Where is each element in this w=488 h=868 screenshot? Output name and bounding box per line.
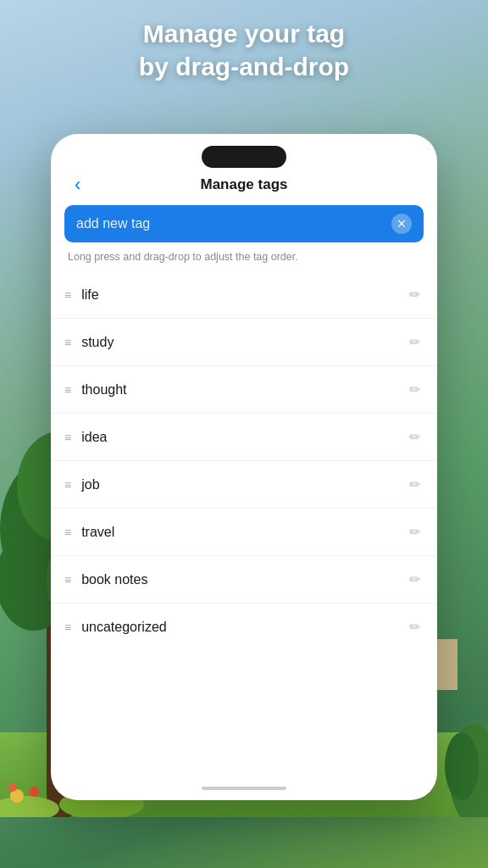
home-indicator	[51, 776, 437, 800]
list-item: ≡study✏	[51, 319, 437, 366]
edit-icon[interactable]: ✏	[406, 568, 424, 591]
dynamic-island	[202, 146, 286, 168]
drag-handle-icon[interactable]: ≡	[64, 337, 69, 348]
promo-title-line1: Manage your tag	[34, 17, 454, 50]
edit-icon[interactable]: ✏	[406, 378, 424, 401]
drag-handle-icon[interactable]: ≡	[64, 289, 69, 301]
page-title: Manage tags	[201, 176, 288, 193]
add-tag-row: ×	[64, 205, 424, 242]
nav-bar: ‹ Manage tags	[51, 168, 437, 202]
list-item: ≡uncategorized✏	[51, 604, 437, 650]
clear-button[interactable]: ×	[391, 214, 412, 234]
promo-title-line2: by drag-and-drop	[34, 50, 454, 83]
back-button[interactable]: ‹	[68, 170, 87, 199]
tags-list: ≡life✏≡study✏≡thought✏≡idea✏≡job✏≡travel…	[51, 271, 437, 776]
tag-label: idea	[81, 430, 406, 445]
edit-icon[interactable]: ✏	[406, 331, 424, 353]
drag-handle-icon[interactable]: ≡	[64, 574, 69, 586]
list-item: ≡travel✏	[51, 509, 437, 556]
tag-label: study	[81, 335, 406, 350]
edit-icon[interactable]: ✏	[406, 520, 424, 543]
drag-handle-icon[interactable]: ≡	[64, 479, 69, 491]
drag-handle-icon[interactable]: ≡	[64, 526, 69, 538]
tag-label: thought	[81, 382, 406, 398]
tag-label: uncategorized	[81, 620, 406, 635]
tag-label: life	[81, 287, 406, 303]
hint-text: Long press and drag-drop to adjust the t…	[51, 249, 437, 271]
tag-label: book notes	[81, 572, 406, 587]
list-item: ≡thought✏	[51, 366, 437, 414]
add-tag-input[interactable]	[76, 216, 391, 231]
home-bar	[202, 787, 286, 790]
tag-label: job	[81, 477, 406, 492]
edit-icon[interactable]: ✏	[406, 473, 424, 496]
list-item: ≡job✏	[51, 461, 437, 509]
edit-icon[interactable]: ✏	[406, 283, 424, 306]
edit-icon[interactable]: ✏	[406, 615, 424, 638]
list-item: ≡idea✏	[51, 414, 437, 461]
phone-card: ‹ Manage tags × Long press and drag-drop…	[51, 134, 437, 800]
list-item: ≡life✏	[51, 271, 437, 319]
list-item: ≡book notes✏	[51, 556, 437, 604]
edit-icon[interactable]: ✏	[406, 426, 424, 448]
drag-handle-icon[interactable]: ≡	[64, 431, 69, 443]
drag-handle-icon[interactable]: ≡	[64, 621, 69, 633]
drag-handle-icon[interactable]: ≡	[64, 384, 69, 396]
tag-label: travel	[81, 525, 406, 540]
promo-header: Manage your tag by drag-and-drop	[0, 17, 488, 83]
